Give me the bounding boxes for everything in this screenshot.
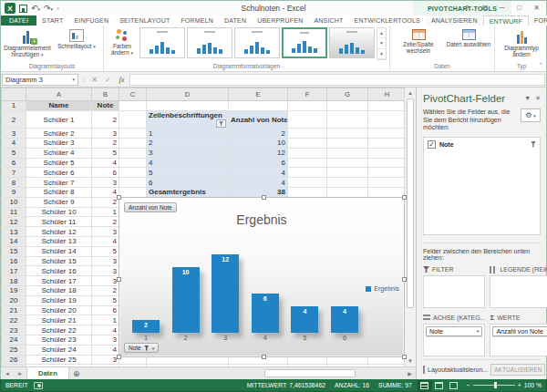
cell[interactable] [368, 139, 407, 149]
cell[interactable] [327, 110, 368, 129]
cell[interactable] [288, 139, 327, 149]
cell-note[interactable]: 3 [92, 335, 119, 346]
row-header[interactable]: 22 [2, 315, 26, 325]
cell[interactable] [368, 101, 407, 111]
cell-name[interactable]: Schüler 9 [26, 197, 92, 207]
ribbon-tab-überprüfen[interactable]: ÜBERPRÜFEN [252, 15, 308, 26]
pane-options-icon[interactable]: ▼ [524, 95, 531, 102]
chart-handle[interactable] [402, 355, 407, 359]
row-header[interactable]: 17 [2, 266, 26, 276]
drop-zone[interactable]: Note▾ [423, 324, 485, 356]
ribbon-tab-ansicht[interactable]: ANSICHT [308, 15, 348, 26]
zoom-slider-thumb[interactable] [494, 382, 497, 388]
cell[interactable] [288, 178, 327, 188]
name-box[interactable]: Diagramm 3▾ [2, 74, 78, 86]
ribbon-tab-einfügen[interactable]: EINFÜGEN [68, 15, 114, 26]
cell[interactable] [119, 158, 147, 168]
pivot-cell[interactable]: 4 [229, 168, 288, 178]
pivot-cell[interactable] [147, 101, 229, 111]
maximize-button[interactable]: □ [511, 1, 527, 15]
chart-axis-field-button[interactable]: Note ▾ [124, 343, 159, 353]
pivot-cell[interactable]: Gesamtergebnis [147, 188, 229, 198]
cell-note[interactable]: 2 [92, 139, 119, 149]
close-button[interactable]: ✕ [529, 1, 544, 15]
cell-name[interactable]: Schüler 16 [26, 266, 92, 276]
chart-bar[interactable]: 2 [132, 320, 160, 333]
row-header[interactable]: 2 [2, 110, 26, 129]
cell-note[interactable]: 5 [92, 295, 119, 305]
row-header[interactable]: 4 [2, 139, 26, 149]
cell[interactable] [288, 168, 327, 178]
cell[interactable] [288, 158, 327, 168]
cell-name[interactable]: Schüler 25 [26, 355, 92, 365]
change-colors-button[interactable]: Farben ändern ▾ [107, 27, 138, 57]
cell[interactable] [119, 139, 147, 149]
pane-close-icon[interactable]: ✕ [535, 95, 541, 102]
chart-bar[interactable]: 4 [291, 306, 318, 333]
row-header[interactable]: 10 [2, 197, 26, 207]
sheet-nav-left-icon[interactable]: ◂ [1, 367, 14, 379]
add-chart-element-button[interactable]: + Diagrammelement hinzufügen ▾ [4, 27, 51, 58]
cell-note[interactable]: 6 [92, 168, 119, 178]
cell-note[interactable]: 3 [92, 276, 119, 286]
chart-style-thumbnail[interactable] [282, 27, 327, 58]
cell-name[interactable]: Schüler 4 [26, 148, 92, 158]
change-chart-type-button[interactable]: Diagrammtyp ändern [498, 27, 545, 57]
cell-name[interactable]: Schüler 23 [26, 335, 92, 346]
vertical-scrollbar[interactable]: ▲ ▼ [404, 88, 416, 366]
chart-handle[interactable] [262, 355, 266, 359]
cell[interactable] [327, 188, 368, 198]
drop-zone[interactable] [423, 275, 485, 308]
pivot-cell[interactable]: 38 [229, 188, 288, 198]
defer-layout-checkbox[interactable] [423, 366, 425, 374]
pivot-cell[interactable] [229, 101, 288, 111]
cell-name[interactable]: Schüler 26 [26, 365, 92, 366]
cell-name[interactable]: Schüler 18 [26, 286, 92, 296]
field-list[interactable]: ✓Note [423, 137, 541, 235]
pivot-cell[interactable]: 10 [229, 139, 288, 149]
formula-input[interactable] [129, 74, 545, 86]
tools-gear-button[interactable]: ⚙▾ [521, 108, 541, 122]
horizontal-scrollbar[interactable]: ▶ [263, 367, 416, 379]
row-header[interactable]: 18 [2, 276, 26, 286]
area-field-pill[interactable]: Anzahl von Note▾ [492, 326, 547, 336]
row-header[interactable]: 21 [2, 305, 26, 315]
vertical-scroll-thumb[interactable] [407, 98, 414, 308]
cell-note[interactable]: 3 [92, 129, 119, 139]
add-sheet-icon[interactable]: ⊕ [69, 367, 84, 379]
cell[interactable] [368, 110, 407, 129]
cell-note[interactable]: 2 [92, 110, 119, 129]
ribbon-tab-daten[interactable]: DATEN [219, 15, 252, 26]
cell-name[interactable]: Schüler 8 [26, 188, 92, 198]
pivot-cell[interactable]: 6 [229, 158, 288, 168]
cell[interactable] [119, 101, 147, 111]
cell-name[interactable]: Schüler 15 [26, 256, 92, 266]
zoom-level[interactable]: 100 % [524, 382, 542, 388]
zoom-slider[interactable] [473, 385, 515, 386]
cell-note[interactable]: 3 [92, 266, 119, 276]
cell[interactable] [288, 101, 327, 111]
cell[interactable] [288, 148, 327, 158]
cell-name[interactable]: Schüler 20 [26, 305, 92, 315]
cell-note[interactable]: 3 [92, 227, 119, 237]
cell-note[interactable]: 4 [92, 325, 119, 335]
cell[interactable] [119, 148, 147, 158]
macro-record-icon[interactable] [34, 382, 43, 389]
row-header[interactable]: 25 [2, 345, 26, 355]
cell[interactable] [327, 168, 368, 178]
column-header-g[interactable]: G [327, 88, 368, 101]
cell-name[interactable]: Schüler 14 [26, 246, 92, 256]
cell[interactable] [368, 188, 407, 198]
pivot-cell[interactable]: Anzahl von Note [229, 110, 288, 129]
row-header[interactable]: 24 [2, 335, 26, 346]
cell-name[interactable]: Schüler 10 [26, 207, 92, 217]
chart-handle[interactable] [262, 195, 266, 200]
insert-function-icon[interactable]: fx [116, 76, 128, 84]
sheet-nav-right-icon[interactable]: ▸ [14, 367, 26, 379]
ribbon-tab-format[interactable]: FORMAT [529, 15, 547, 26]
page-break-view-button[interactable] [447, 380, 461, 391]
chart-style-thumbnail[interactable] [139, 27, 185, 58]
column-header-d[interactable]: D [147, 88, 229, 101]
cell[interactable] [368, 129, 407, 139]
cell-name[interactable]: Schüler 2 [26, 129, 92, 139]
